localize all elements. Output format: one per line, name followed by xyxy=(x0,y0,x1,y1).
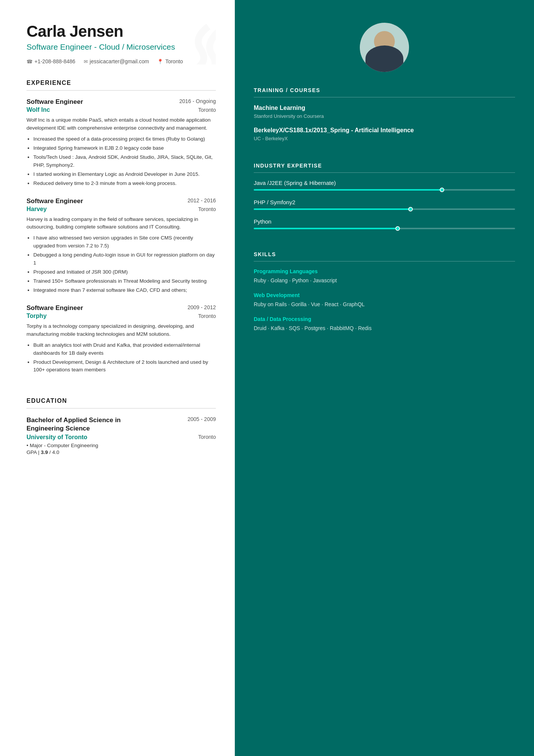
expertise-fill xyxy=(254,228,398,229)
job-role: Software Engineer xyxy=(27,98,83,106)
training-title: TRAINING / COURSES xyxy=(254,87,515,93)
header-section: Carla Jensen Software Engineer - Cloud /… xyxy=(27,23,216,64)
expertise-track xyxy=(254,208,515,210)
job-header: Software Engineer 2016 - Ongoing xyxy=(27,98,216,106)
skill-category-items: Ruby · Golang · Python · Javascript xyxy=(254,276,515,285)
job-bullet: Built an analytics tool with Druid and K… xyxy=(33,341,216,357)
location-item: 📍 Toronto xyxy=(157,58,183,64)
expertise-entry: Python xyxy=(254,218,515,229)
job-role: Software Engineer xyxy=(27,304,83,312)
skill-category-title: Programming Languages xyxy=(254,268,515,274)
expertise-divider xyxy=(254,172,515,173)
edu-major: • Major - Computer Engineering xyxy=(27,443,216,448)
job-bullets: Built an analytics tool with Druid and K… xyxy=(27,341,216,374)
job-bullet: I have also witnessed two version upgrad… xyxy=(33,234,216,250)
skill-category: Data / Data Processing Druid · Kafka · S… xyxy=(254,316,515,332)
skills-divider xyxy=(254,261,515,261)
expertise-track xyxy=(254,228,515,229)
training-entries: Machine Learning Stanford University on … xyxy=(254,104,515,141)
job-desc: Torphy is a technology company specializ… xyxy=(27,322,216,338)
edu-header: Bachelor of Applied Science in Engineeri… xyxy=(27,416,216,433)
skills-entries: Programming Languages Ruby · Golang · Py… xyxy=(254,268,515,333)
job-location: Toronto xyxy=(198,206,216,212)
edu-location: Toronto xyxy=(198,434,216,441)
job-bullet: I started working in Elementary Logic as… xyxy=(33,171,216,178)
expertise-fill xyxy=(254,189,442,191)
course-provider: Stanford University on Coursera xyxy=(254,113,515,119)
skills-title: SKILLS xyxy=(254,251,515,257)
job-company: Torphy xyxy=(27,313,47,319)
job-bullet: Trained 150+ Software professionals in T… xyxy=(33,277,216,285)
job-location: Toronto xyxy=(198,107,216,113)
experience-entries: Software Engineer 2016 - Ongoing Wolf In… xyxy=(27,98,216,374)
right-column: TRAINING / COURSES Machine Learning Stan… xyxy=(235,0,534,756)
job-company-row: Harvey Toronto xyxy=(27,206,216,213)
expertise-entries: Java /J2EE (Spring & Hibernate) PHP / Sy… xyxy=(254,180,515,229)
job-bullets: Increased the speed of a data-processing… xyxy=(27,135,216,188)
skill-category: Web Development Ruby on Rails · Gorilla … xyxy=(254,292,515,308)
course-name: BerkeleyX/CS188.1x/2013_Spring - Artific… xyxy=(254,127,515,135)
job-bullet: Reduced delivery time to 2-3 minute from… xyxy=(33,180,216,188)
skill-category-items: Druid · Kafka · SQS · Postgres · RabbitM… xyxy=(254,324,515,332)
email-value: jessicacarter@gmail.com xyxy=(90,58,149,64)
profile-photo xyxy=(360,23,409,72)
education-title: EDUCATION xyxy=(27,398,216,404)
job-dates: 2009 - 2012 xyxy=(187,304,216,310)
job-bullet: Debugged a long pending Auto-login issue… xyxy=(33,251,216,267)
job-bullet: Integrated Spring framework in EJB 2.0 l… xyxy=(33,144,216,152)
course-provider: UC - BerkeleyX xyxy=(254,136,515,141)
job-bullets: I have also witnessed two version upgrad… xyxy=(27,234,216,294)
skill-category: Programming Languages Ruby · Golang · Py… xyxy=(254,268,515,285)
gpa-value: 3.9 xyxy=(41,449,48,455)
course-name: Machine Learning xyxy=(254,104,515,112)
expertise-dot xyxy=(408,207,413,211)
location-value: Toronto xyxy=(165,58,183,64)
job-header: Software Engineer 2012 - 2016 xyxy=(27,197,216,205)
email-icon: ✉ xyxy=(84,59,88,64)
contact-row: ☎ +1-208-888-8486 ✉ jessicacarter@gmail.… xyxy=(27,58,216,64)
skill-category-items: Ruby on Rails · Gorilla · Vue · React · … xyxy=(254,300,515,308)
job-bullet: Tools/Tech Used : Java, Android SDK, And… xyxy=(33,153,216,169)
phone-value: +1-208-888-8486 xyxy=(34,58,75,64)
job-entry: Software Engineer 2009 - 2012 Torphy Tor… xyxy=(27,304,216,374)
job-company-row: Torphy Toronto xyxy=(27,313,216,319)
edu-dates: 2005 - 2009 xyxy=(187,416,216,422)
job-entry: Software Engineer 2012 - 2016 Harvey Tor… xyxy=(27,197,216,294)
skills-section: SKILLS Programming Languages Ruby · Gola… xyxy=(254,251,515,340)
expertise-entry: Java /J2EE (Spring & Hibernate) xyxy=(254,180,515,191)
expertise-label: Java /J2EE (Spring & Hibernate) xyxy=(254,180,515,186)
job-company: Harvey xyxy=(27,206,47,213)
phone-icon: ☎ xyxy=(27,59,33,64)
experience-section: EXPERIENCE Software Engineer 2016 - Ongo… xyxy=(27,80,216,384)
edu-school-row: University of Toronto Toronto xyxy=(27,434,216,441)
job-dates: 2012 - 2016 xyxy=(187,197,216,203)
phone-item: ☎ +1-208-888-8486 xyxy=(27,58,75,64)
photo-area xyxy=(254,23,515,72)
expertise-fill xyxy=(254,208,411,210)
skill-category-title: Data / Data Processing xyxy=(254,316,515,322)
education-section: EDUCATION Bachelor of Applied Science in… xyxy=(27,398,216,460)
experience-divider xyxy=(27,90,216,91)
job-bullet: Product Development, Design & Architectu… xyxy=(33,358,216,374)
edu-school: University of Toronto xyxy=(27,434,87,441)
education-entries: Bachelor of Applied Science in Engineeri… xyxy=(27,416,216,455)
expertise-title: INDUSTRY EXPERTISE xyxy=(254,163,515,169)
expertise-track xyxy=(254,189,515,191)
expertise-label: Python xyxy=(254,218,515,225)
gpa-row: GPA | 3.9 / 4.0 xyxy=(27,449,216,455)
course-entry: BerkeleyX/CS188.1x/2013_Spring - Artific… xyxy=(254,127,515,141)
job-dates: 2016 - Ongoing xyxy=(179,98,216,104)
candidate-title: Software Engineer - Cloud / Microservice… xyxy=(27,42,216,52)
job-company: Wolf Inc xyxy=(27,106,50,113)
expertise-label: PHP / Symfony2 xyxy=(254,199,515,205)
education-divider xyxy=(27,408,216,409)
candidate-name: Carla Jensen xyxy=(27,23,216,40)
job-header: Software Engineer 2009 - 2012 xyxy=(27,304,216,312)
job-company-row: Wolf Inc Toronto xyxy=(27,106,216,113)
skill-category-title: Web Development xyxy=(254,292,515,298)
education-entry: Bachelor of Applied Science in Engineeri… xyxy=(27,416,216,455)
job-entry: Software Engineer 2016 - Ongoing Wolf In… xyxy=(27,98,216,187)
expertise-entry: PHP / Symfony2 xyxy=(254,199,515,210)
email-item: ✉ jessicacarter@gmail.com xyxy=(84,58,149,64)
job-bullet: Integrated more than 7 external software… xyxy=(33,286,216,294)
